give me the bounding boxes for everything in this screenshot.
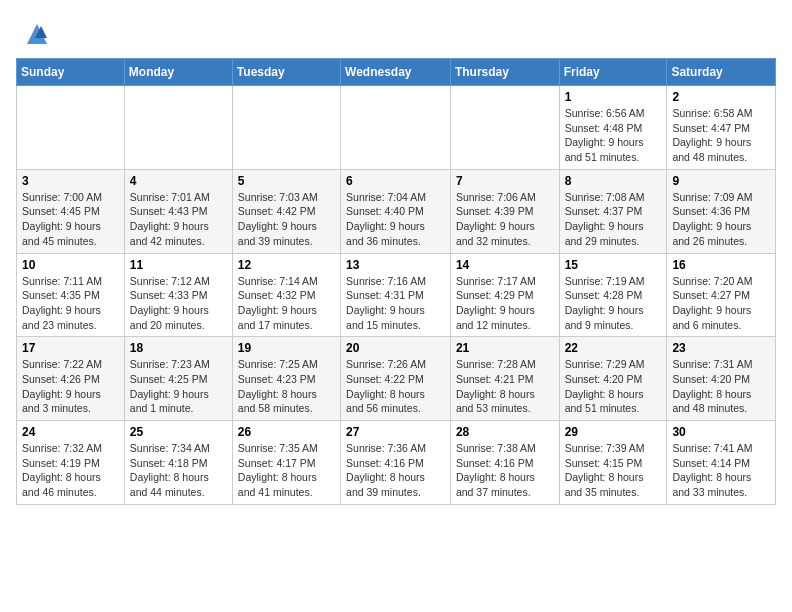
day-info: Sunrise: 7:14 AMSunset: 4:32 PMDaylight:… <box>238 274 335 333</box>
day-number: 27 <box>346 425 445 439</box>
day-number: 21 <box>456 341 554 355</box>
week-row-1: 1Sunrise: 6:56 AMSunset: 4:48 PMDaylight… <box>17 86 776 170</box>
calendar-cell: 28Sunrise: 7:38 AMSunset: 4:16 PMDayligh… <box>450 421 559 505</box>
week-row-2: 3Sunrise: 7:00 AMSunset: 4:45 PMDaylight… <box>17 169 776 253</box>
day-info: Sunrise: 7:39 AMSunset: 4:15 PMDaylight:… <box>565 441 662 500</box>
day-number: 13 <box>346 258 445 272</box>
day-info: Sunrise: 7:09 AMSunset: 4:36 PMDaylight:… <box>672 190 770 249</box>
day-number: 6 <box>346 174 445 188</box>
day-number: 19 <box>238 341 335 355</box>
calendar-cell: 13Sunrise: 7:16 AMSunset: 4:31 PMDayligh… <box>341 253 451 337</box>
calendar-cell: 22Sunrise: 7:29 AMSunset: 4:20 PMDayligh… <box>559 337 667 421</box>
day-number: 14 <box>456 258 554 272</box>
calendar-cell: 6Sunrise: 7:04 AMSunset: 4:40 PMDaylight… <box>341 169 451 253</box>
calendar-cell: 12Sunrise: 7:14 AMSunset: 4:32 PMDayligh… <box>232 253 340 337</box>
day-number: 29 <box>565 425 662 439</box>
calendar-cell: 16Sunrise: 7:20 AMSunset: 4:27 PMDayligh… <box>667 253 776 337</box>
calendar-cell: 24Sunrise: 7:32 AMSunset: 4:19 PMDayligh… <box>17 421 125 505</box>
calendar-cell: 1Sunrise: 6:56 AMSunset: 4:48 PMDaylight… <box>559 86 667 170</box>
day-number: 22 <box>565 341 662 355</box>
week-row-3: 10Sunrise: 7:11 AMSunset: 4:35 PMDayligh… <box>17 253 776 337</box>
calendar-cell: 30Sunrise: 7:41 AMSunset: 4:14 PMDayligh… <box>667 421 776 505</box>
day-info: Sunrise: 7:11 AMSunset: 4:35 PMDaylight:… <box>22 274 119 333</box>
calendar-cell <box>232 86 340 170</box>
day-info: Sunrise: 6:58 AMSunset: 4:47 PMDaylight:… <box>672 106 770 165</box>
day-info: Sunrise: 7:38 AMSunset: 4:16 PMDaylight:… <box>456 441 554 500</box>
day-number: 23 <box>672 341 770 355</box>
day-info: Sunrise: 7:22 AMSunset: 4:26 PMDaylight:… <box>22 357 119 416</box>
calendar-cell: 9Sunrise: 7:09 AMSunset: 4:36 PMDaylight… <box>667 169 776 253</box>
calendar-cell: 11Sunrise: 7:12 AMSunset: 4:33 PMDayligh… <box>124 253 232 337</box>
day-number: 15 <box>565 258 662 272</box>
calendar-cell: 8Sunrise: 7:08 AMSunset: 4:37 PMDaylight… <box>559 169 667 253</box>
calendar-cell <box>341 86 451 170</box>
calendar-cell: 27Sunrise: 7:36 AMSunset: 4:16 PMDayligh… <box>341 421 451 505</box>
weekday-header-thursday: Thursday <box>450 59 559 86</box>
week-row-5: 24Sunrise: 7:32 AMSunset: 4:19 PMDayligh… <box>17 421 776 505</box>
day-info: Sunrise: 7:34 AMSunset: 4:18 PMDaylight:… <box>130 441 227 500</box>
weekday-header-monday: Monday <box>124 59 232 86</box>
weekday-header-row: SundayMondayTuesdayWednesdayThursdayFrid… <box>17 59 776 86</box>
weekday-header-wednesday: Wednesday <box>341 59 451 86</box>
day-info: Sunrise: 7:12 AMSunset: 4:33 PMDaylight:… <box>130 274 227 333</box>
calendar-cell: 25Sunrise: 7:34 AMSunset: 4:18 PMDayligh… <box>124 421 232 505</box>
calendar-cell: 21Sunrise: 7:28 AMSunset: 4:21 PMDayligh… <box>450 337 559 421</box>
calendar-cell: 2Sunrise: 6:58 AMSunset: 4:47 PMDaylight… <box>667 86 776 170</box>
day-info: Sunrise: 7:08 AMSunset: 4:37 PMDaylight:… <box>565 190 662 249</box>
logo-icon <box>19 16 51 48</box>
day-number: 9 <box>672 174 770 188</box>
calendar-cell <box>17 86 125 170</box>
day-number: 2 <box>672 90 770 104</box>
calendar-cell <box>450 86 559 170</box>
day-number: 10 <box>22 258 119 272</box>
weekday-header-tuesday: Tuesday <box>232 59 340 86</box>
day-info: Sunrise: 7:04 AMSunset: 4:40 PMDaylight:… <box>346 190 445 249</box>
day-number: 16 <box>672 258 770 272</box>
weekday-header-sunday: Sunday <box>17 59 125 86</box>
calendar-cell: 15Sunrise: 7:19 AMSunset: 4:28 PMDayligh… <box>559 253 667 337</box>
calendar-cell: 17Sunrise: 7:22 AMSunset: 4:26 PMDayligh… <box>17 337 125 421</box>
day-number: 17 <box>22 341 119 355</box>
calendar-cell: 26Sunrise: 7:35 AMSunset: 4:17 PMDayligh… <box>232 421 340 505</box>
day-info: Sunrise: 7:29 AMSunset: 4:20 PMDaylight:… <box>565 357 662 416</box>
calendar-cell: 20Sunrise: 7:26 AMSunset: 4:22 PMDayligh… <box>341 337 451 421</box>
day-number: 25 <box>130 425 227 439</box>
day-number: 5 <box>238 174 335 188</box>
day-info: Sunrise: 7:31 AMSunset: 4:20 PMDaylight:… <box>672 357 770 416</box>
day-number: 8 <box>565 174 662 188</box>
day-info: Sunrise: 7:01 AMSunset: 4:43 PMDaylight:… <box>130 190 227 249</box>
day-info: Sunrise: 7:26 AMSunset: 4:22 PMDaylight:… <box>346 357 445 416</box>
weekday-header-friday: Friday <box>559 59 667 86</box>
day-number: 20 <box>346 341 445 355</box>
day-info: Sunrise: 7:35 AMSunset: 4:17 PMDaylight:… <box>238 441 335 500</box>
weekday-header-saturday: Saturday <box>667 59 776 86</box>
page-header <box>16 16 776 48</box>
day-info: Sunrise: 7:16 AMSunset: 4:31 PMDaylight:… <box>346 274 445 333</box>
day-number: 28 <box>456 425 554 439</box>
day-number: 30 <box>672 425 770 439</box>
day-number: 12 <box>238 258 335 272</box>
day-number: 18 <box>130 341 227 355</box>
calendar-cell: 29Sunrise: 7:39 AMSunset: 4:15 PMDayligh… <box>559 421 667 505</box>
day-info: Sunrise: 7:28 AMSunset: 4:21 PMDaylight:… <box>456 357 554 416</box>
day-number: 24 <box>22 425 119 439</box>
day-number: 1 <box>565 90 662 104</box>
calendar-table: SundayMondayTuesdayWednesdayThursdayFrid… <box>16 58 776 505</box>
day-info: Sunrise: 7:20 AMSunset: 4:27 PMDaylight:… <box>672 274 770 333</box>
day-info: Sunrise: 6:56 AMSunset: 4:48 PMDaylight:… <box>565 106 662 165</box>
day-info: Sunrise: 7:36 AMSunset: 4:16 PMDaylight:… <box>346 441 445 500</box>
logo <box>16 16 51 48</box>
calendar-cell: 18Sunrise: 7:23 AMSunset: 4:25 PMDayligh… <box>124 337 232 421</box>
calendar-cell: 5Sunrise: 7:03 AMSunset: 4:42 PMDaylight… <box>232 169 340 253</box>
day-info: Sunrise: 7:17 AMSunset: 4:29 PMDaylight:… <box>456 274 554 333</box>
day-info: Sunrise: 7:19 AMSunset: 4:28 PMDaylight:… <box>565 274 662 333</box>
day-number: 11 <box>130 258 227 272</box>
day-number: 4 <box>130 174 227 188</box>
day-info: Sunrise: 7:06 AMSunset: 4:39 PMDaylight:… <box>456 190 554 249</box>
calendar-cell: 10Sunrise: 7:11 AMSunset: 4:35 PMDayligh… <box>17 253 125 337</box>
calendar-cell: 14Sunrise: 7:17 AMSunset: 4:29 PMDayligh… <box>450 253 559 337</box>
day-info: Sunrise: 7:41 AMSunset: 4:14 PMDaylight:… <box>672 441 770 500</box>
day-info: Sunrise: 7:23 AMSunset: 4:25 PMDaylight:… <box>130 357 227 416</box>
calendar-cell: 7Sunrise: 7:06 AMSunset: 4:39 PMDaylight… <box>450 169 559 253</box>
day-number: 26 <box>238 425 335 439</box>
